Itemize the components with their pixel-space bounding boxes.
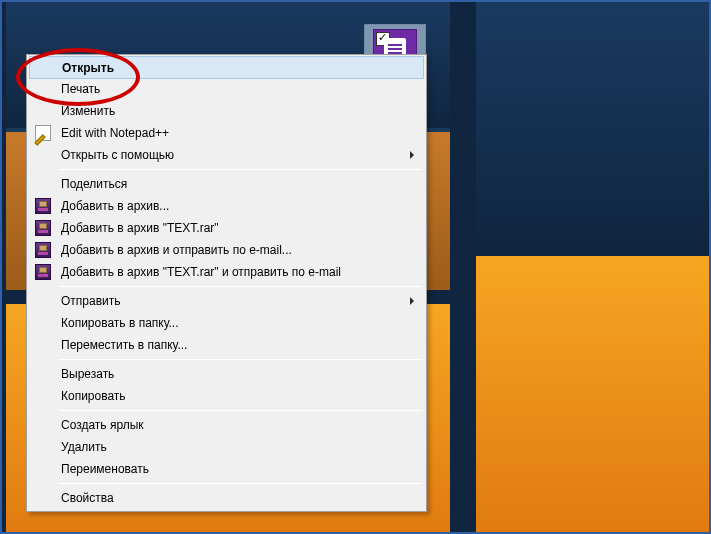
- menu-item[interactable]: Переместить в папку...: [29, 334, 424, 356]
- menu-item-label: Открыть с помощью: [61, 148, 174, 162]
- menu-item[interactable]: Изменить: [29, 100, 424, 122]
- menu-separator: [59, 286, 422, 287]
- menu-item[interactable]: Вырезать: [29, 363, 424, 385]
- menu-item[interactable]: Копировать: [29, 385, 424, 407]
- winrar-icon: [35, 198, 51, 214]
- editnp-icon: [35, 125, 51, 141]
- menu-item-label: Копировать в папку...: [61, 316, 179, 330]
- menu-item[interactable]: Поделиться: [29, 173, 424, 195]
- menu-item[interactable]: Удалить: [29, 436, 424, 458]
- winrar-icon: [35, 220, 51, 236]
- menu-item-label: Свойства: [61, 491, 114, 505]
- winrar-icon: [35, 242, 51, 258]
- menu-item-label: Edit with Notepad++: [61, 126, 169, 140]
- winrar-icon: [35, 264, 51, 280]
- menu-item-label: Печать: [61, 82, 100, 96]
- menu-item-label: Добавить в архив "TEXT.rar" и отправить …: [61, 265, 341, 279]
- menu-item-label: Добавить в архив "TEXT.rar": [61, 221, 219, 235]
- menu-item[interactable]: Переименовать: [29, 458, 424, 480]
- menu-item-label: Удалить: [61, 440, 107, 454]
- menu-item[interactable]: Добавить в архив и отправить по e-mail..…: [29, 239, 424, 261]
- menu-item-label: Создать ярлык: [61, 418, 144, 432]
- menu-item[interactable]: Свойства: [29, 487, 424, 509]
- menu-item[interactable]: Печать: [29, 78, 424, 100]
- menu-item-label: Вырезать: [61, 367, 114, 381]
- menu-item[interactable]: Добавить в архив...: [29, 195, 424, 217]
- menu-item-label: Переместить в папку...: [61, 338, 187, 352]
- menu-item-label: Добавить в архив...: [61, 199, 169, 213]
- context-menu: ОткрытьПечатьИзменитьEdit with Notepad++…: [26, 54, 427, 512]
- menu-item-label: Копировать: [61, 389, 126, 403]
- menu-item[interactable]: Добавить в архив "TEXT.rar": [29, 217, 424, 239]
- menu-item-label: Переименовать: [61, 462, 149, 476]
- menu-separator: [59, 169, 422, 170]
- menu-item[interactable]: Создать ярлык: [29, 414, 424, 436]
- menu-item-label: Отправить: [61, 294, 121, 308]
- menu-item-label: Добавить в архив и отправить по e-mail..…: [61, 243, 292, 257]
- menu-item-label: Изменить: [61, 104, 115, 118]
- menu-item[interactable]: Открыть с помощью: [29, 144, 424, 166]
- menu-item[interactable]: Отправить: [29, 290, 424, 312]
- menu-separator: [59, 359, 422, 360]
- menu-separator: [59, 410, 422, 411]
- menu-item-label: Поделиться: [61, 177, 127, 191]
- menu-item-label: Открыть: [62, 61, 114, 75]
- chevron-right-icon: [410, 297, 414, 305]
- menu-item[interactable]: Edit with Notepad++: [29, 122, 424, 144]
- menu-item[interactable]: Открыть: [29, 56, 424, 79]
- menu-item[interactable]: Добавить в архив "TEXT.rar" и отправить …: [29, 261, 424, 283]
- menu-item[interactable]: Копировать в папку...: [29, 312, 424, 334]
- menu-separator: [59, 483, 422, 484]
- chevron-right-icon: [410, 151, 414, 159]
